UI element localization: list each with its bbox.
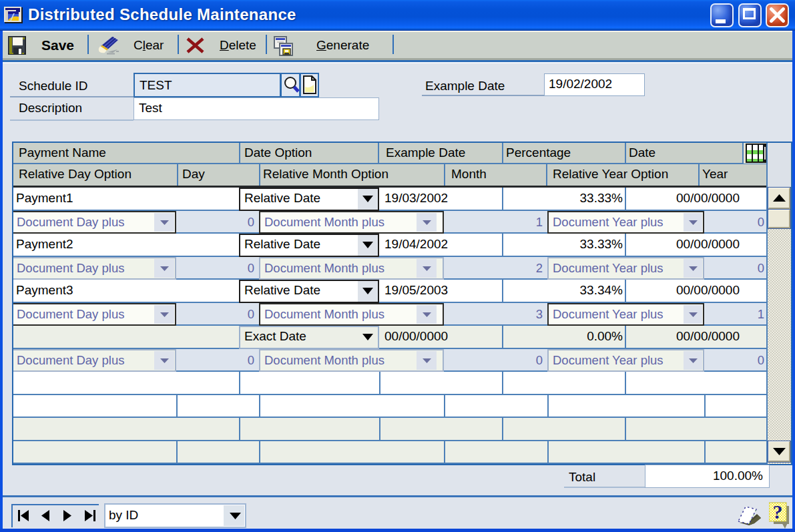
svg-text:?: ? [773, 501, 783, 523]
